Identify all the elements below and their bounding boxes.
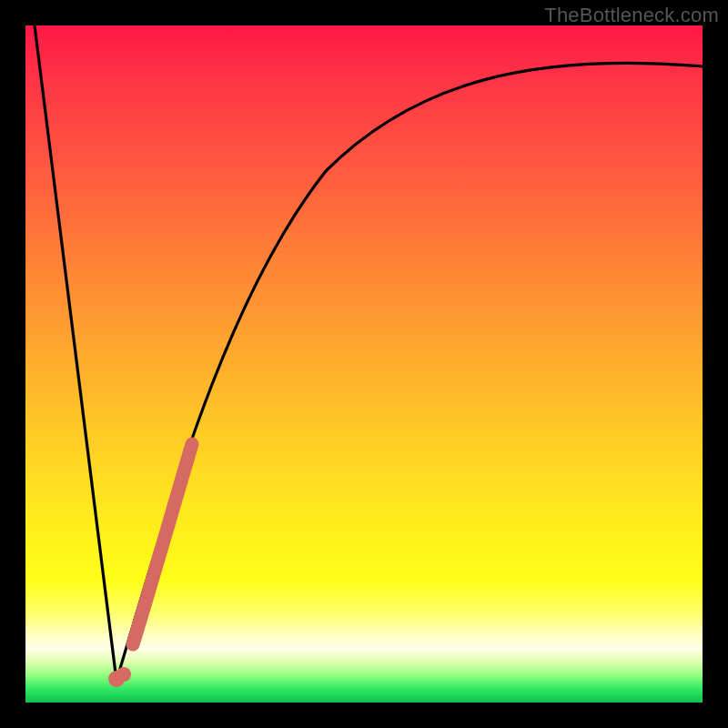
highlight-dot — [108, 667, 131, 687]
plot-area — [25, 25, 703, 703]
left-branch — [35, 25, 116, 681]
watermark-text: TheBottleneck.com — [544, 4, 719, 27]
outer-frame: TheBottleneck.com — [0, 0, 728, 728]
curve-layer — [25, 25, 703, 703]
svg-point-1 — [116, 667, 131, 682]
highlight-segment — [133, 444, 192, 644]
right-branch — [116, 63, 703, 681]
